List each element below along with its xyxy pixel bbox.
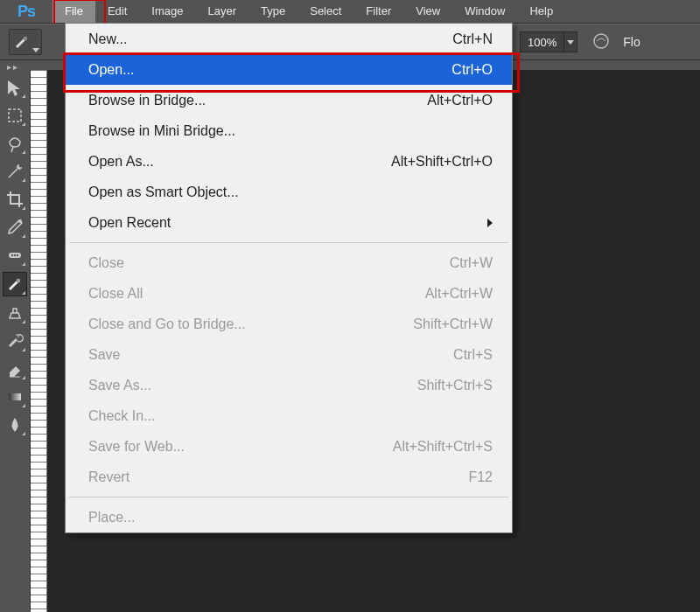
tools-panel xyxy=(0,70,31,612)
eraser-tool[interactable] xyxy=(4,358,26,380)
chevron-down-icon xyxy=(564,32,577,52)
zoom-value: 100% xyxy=(521,36,564,49)
menuitem-label: Browse in Mini Bridge... xyxy=(88,123,493,139)
menuitem-label: Close and Go to Bridge... xyxy=(88,316,413,332)
menu-separator xyxy=(69,497,508,497)
brush-icon xyxy=(13,33,31,51)
menuitem-check-in: Check In... xyxy=(66,400,512,431)
magic-wand-tool[interactable] xyxy=(4,160,26,183)
gradient-tool[interactable] xyxy=(4,386,26,408)
menuitem-close: CloseCtrl+W xyxy=(66,247,512,278)
healing-brush-tool[interactable] xyxy=(4,244,26,267)
menuitem-label: Save xyxy=(88,347,453,363)
menuitem-save: SaveCtrl+S xyxy=(66,339,512,370)
menu-file[interactable]: File xyxy=(52,0,95,23)
menu-select[interactable]: Select xyxy=(298,0,354,23)
menuitem-save-as: Save As...Shift+Ctrl+S xyxy=(66,370,512,400)
app-logo: Ps xyxy=(0,0,52,23)
menu-window[interactable]: Window xyxy=(452,0,517,23)
zoom-control[interactable]: 100% xyxy=(520,31,578,52)
menu-layer[interactable]: Layer xyxy=(196,0,249,23)
menu-separator xyxy=(69,242,508,243)
menuitem-close-and-go-to-bridge: Close and Go to Bridge...Shift+Ctrl+W xyxy=(66,309,512,339)
file-menu-dropdown: New...Ctrl+NOpen...Ctrl+OBrowse in Bridg… xyxy=(65,23,513,533)
menuitem-shortcut: Ctrl+N xyxy=(452,31,493,47)
menuitem-browse-in-mini-bridge[interactable]: Browse in Mini Bridge... xyxy=(66,115,512,146)
menuitem-label: Close All xyxy=(88,286,425,302)
menuitem-shortcut: Shift+Ctrl+W xyxy=(413,316,493,332)
svg-point-6 xyxy=(14,254,16,256)
menu-bar: Ps File Edit Image Layer Type Select Fil… xyxy=(0,0,700,24)
menuitem-revert: RevertF12 xyxy=(66,462,512,492)
menuitem-label: Check In... xyxy=(88,408,493,424)
menuitem-shortcut: Alt+Shift+Ctrl+S xyxy=(393,439,493,455)
svg-rect-8 xyxy=(17,279,20,282)
menuitem-open-as-smart-object[interactable]: Open as Smart Object... xyxy=(66,177,512,207)
menuitem-open-as[interactable]: Open As...Alt+Shift+Ctrl+O xyxy=(66,146,512,177)
menuitem-shortcut: Shift+Ctrl+S xyxy=(417,378,493,393)
eyedropper-tool[interactable] xyxy=(4,216,26,239)
history-brush-tool[interactable] xyxy=(4,330,26,352)
menu-type[interactable]: Type xyxy=(248,0,298,23)
menuitem-label: Close xyxy=(88,255,450,271)
menuitem-label: Place... xyxy=(88,510,493,525)
menuitem-save-for-web: Save for Web...Alt+Shift+Ctrl+S xyxy=(66,431,512,462)
menuitem-label: Save As... xyxy=(88,378,417,393)
menu-edit[interactable]: Edit xyxy=(95,0,139,23)
menuitem-shortcut: F12 xyxy=(468,469,493,485)
menuitem-shortcut: Alt+Shift+Ctrl+O xyxy=(391,154,493,170)
menuitem-shortcut: Alt+Ctrl+O xyxy=(427,93,493,108)
flow-label: Flo xyxy=(623,35,640,49)
menuitem-new[interactable]: New...Ctrl+N xyxy=(66,24,512,54)
clone-stamp-tool[interactable] xyxy=(4,302,26,324)
menu-help[interactable]: Help xyxy=(517,0,565,23)
brush-tool[interactable] xyxy=(3,272,27,296)
menu-image[interactable]: Image xyxy=(139,0,195,23)
menuitem-label: Open As... xyxy=(88,154,391,170)
menuitem-shortcut: Ctrl+W xyxy=(450,255,493,271)
svg-rect-0 xyxy=(24,37,27,40)
menuitem-label: New... xyxy=(88,31,452,47)
submenu-arrow-icon xyxy=(487,219,493,227)
menuitem-place: Place... xyxy=(66,502,512,532)
flow-jitter-icon[interactable] xyxy=(592,31,611,53)
menuitem-shortcut: Ctrl+S xyxy=(453,347,493,363)
menuitem-label: Open Recent xyxy=(88,215,493,231)
menuitem-open-recent[interactable]: Open Recent xyxy=(66,207,512,238)
lasso-tool[interactable] xyxy=(4,132,26,155)
menuitem-open[interactable]: Open...Ctrl+O xyxy=(66,54,512,85)
move-tool[interactable] xyxy=(4,76,26,99)
svg-rect-2 xyxy=(9,109,21,122)
svg-point-1 xyxy=(594,34,608,48)
svg-rect-9 xyxy=(9,393,21,400)
svg-point-7 xyxy=(17,254,18,256)
menu-view[interactable]: View xyxy=(403,0,452,23)
vertical-ruler xyxy=(31,70,47,612)
svg-point-3 xyxy=(18,219,22,223)
tool-preset-picker[interactable] xyxy=(9,29,42,55)
marquee-tool[interactable] xyxy=(4,104,26,127)
menuitem-close-all: Close AllAlt+Ctrl+W xyxy=(66,278,512,309)
svg-point-5 xyxy=(11,254,13,256)
menuitem-shortcut: Alt+Ctrl+W xyxy=(425,286,493,302)
menuitem-label: Browse in Bridge... xyxy=(88,93,427,108)
menuitem-label: Save for Web... xyxy=(88,439,393,455)
menuitem-label: Revert xyxy=(88,469,468,485)
menuitem-label: Open... xyxy=(88,62,452,78)
blur-tool[interactable] xyxy=(4,414,26,436)
menuitem-shortcut: Ctrl+O xyxy=(452,62,493,78)
crop-tool[interactable] xyxy=(4,188,26,211)
menu-filter[interactable]: Filter xyxy=(354,0,403,23)
menuitem-browse-in-bridge[interactable]: Browse in Bridge...Alt+Ctrl+O xyxy=(66,85,512,115)
menuitem-label: Open as Smart Object... xyxy=(88,184,493,200)
